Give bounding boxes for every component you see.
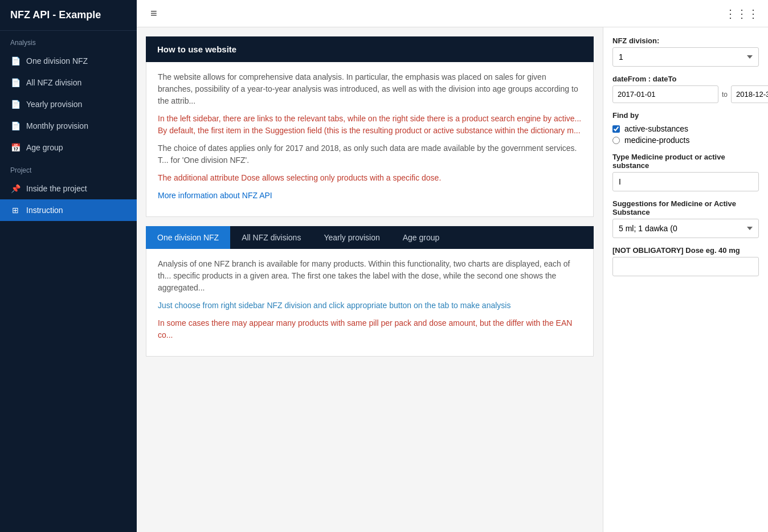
document-icon: 📄 (10, 77, 21, 88)
sidebar-item-one-division-nfz[interactable]: 📄 One division NFZ (0, 50, 137, 72)
app-title: NFZ API - Example (0, 0, 137, 31)
dose-section: [NOT OBLIGATORY] Dose eg. 40 mg (612, 246, 759, 276)
project-section-label: Project (0, 158, 137, 178)
right-panel: NFZ division: 1 2 3 4 5 dateFrom : dateT… (603, 27, 768, 532)
tab-one-division-nfz[interactable]: One division NFZ (146, 226, 230, 249)
document-icon: 📄 (10, 121, 21, 131)
content-area: How to use website The website allows fo… (137, 27, 768, 532)
nfz-division-section: NFZ division: 1 2 3 4 5 (612, 36, 759, 67)
sidebar-label: Instruction (26, 206, 63, 215)
calendar-icon: 📅 (10, 142, 21, 153)
find-by-section: Find by active-substances medicine-produ… (612, 111, 759, 145)
tab-age-group[interactable]: Age group (391, 226, 451, 249)
grid-apps-button[interactable]: ⋮⋮⋮ (725, 7, 759, 21)
dose-label: [NOT OBLIGATORY] Dose eg. 40 mg (612, 246, 759, 255)
topbar: ≡ ⋮⋮⋮ (137, 0, 768, 27)
tab-all-nfz-divisions[interactable]: All NFZ divisions (230, 226, 312, 249)
how-to-title: How to use website (157, 44, 236, 54)
sidebar-label: Yearly provision (26, 100, 82, 109)
sidebar-item-inside-the-project[interactable]: 📌 Inside the project (0, 178, 137, 199)
sidebar-label: One division NFZ (26, 56, 88, 66)
center-content: How to use website The website allows fo… (137, 27, 603, 532)
sidebar-item-yearly-provision[interactable]: 📄 Yearly provision (0, 93, 137, 115)
main-area: ≡ ⋮⋮⋮ How to use website The website all… (137, 0, 768, 532)
intro-para-2: In the left sidebar, there are links to … (158, 113, 582, 137)
sidebar-label: All NFZ division (26, 78, 81, 87)
tab-para-1: Analysis of one NFZ branch is available … (158, 258, 582, 294)
document-icon: 📄 (10, 56, 21, 66)
tabs-row: One division NFZ All NFZ divisions Yearl… (146, 226, 594, 249)
analysis-section-label: Analysis (0, 31, 137, 50)
sidebar-item-monthly-provision[interactable]: 📄 Monthly provision (0, 115, 137, 137)
suggestions-section: Suggestions for Medicine or Active Subst… (612, 199, 759, 238)
sidebar-label: Inside the project (26, 184, 87, 193)
active-substances-checkbox[interactable] (612, 125, 620, 133)
date-to-word: to (722, 91, 728, 99)
date-label: dateFrom : dateTo (612, 75, 759, 83)
type-medicine-section: Type Medicine product or active substanc… (612, 153, 759, 191)
sidebar-item-age-group[interactable]: 📅 Age group (0, 137, 137, 158)
pin-icon: 📌 (10, 183, 21, 194)
sidebar-label: Monthly provision (26, 121, 88, 130)
nfz-division-select[interactable]: 1 2 3 4 5 (612, 47, 759, 67)
dose-input[interactable] (612, 257, 759, 276)
tab-para-3: In some cases there may appear many prod… (158, 317, 582, 341)
find-by-label: Find by (612, 111, 759, 120)
tab-para-2: Just choose from right sidebar NFZ divis… (158, 300, 582, 312)
more-info-link[interactable]: More information about NFZ API (158, 191, 272, 200)
suggestions-label: Suggestions for Medicine or Active Subst… (612, 199, 759, 216)
medicine-products-option[interactable]: medicine-products (612, 136, 759, 145)
date-section: dateFrom : dateTo to (612, 75, 759, 103)
tab-content-box: Analysis of one NFZ branch is available … (146, 249, 594, 357)
type-medicine-label: Type Medicine product or active substanc… (612, 153, 759, 170)
grid-icon: ⊞ (10, 205, 21, 215)
date-from-input[interactable] (612, 85, 718, 103)
sidebar-item-instruction[interactable]: ⊞ Instruction (0, 199, 137, 221)
medicine-products-label: medicine-products (624, 136, 689, 145)
active-substances-label: active-substances (624, 124, 688, 133)
hamburger-button[interactable]: ≡ (146, 5, 162, 22)
tab-yearly-provision[interactable]: Yearly provision (312, 226, 391, 249)
sidebar-label: Age group (26, 143, 63, 152)
sidebar-item-all-nfz-division[interactable]: 📄 All NFZ division (0, 72, 137, 93)
intro-text-box: The website allows for comprehensive dat… (146, 62, 594, 217)
suggestions-select[interactable]: 5 ml; 1 dawka (0 (612, 219, 759, 238)
medicine-products-radio[interactable] (612, 137, 620, 144)
sidebar: NFZ API - Example Analysis 📄 One divisio… (0, 0, 137, 532)
intro-para-1: The website allows for comprehensive dat… (158, 71, 582, 107)
intro-para-3: The choice of dates applies only for 201… (158, 142, 582, 166)
date-row: to (612, 85, 759, 103)
document-icon: 📄 (10, 99, 21, 109)
nfz-division-label: NFZ division: (612, 36, 759, 45)
intro-para-4: The additional attribute Dose allows sel… (158, 172, 582, 184)
date-to-input[interactable] (731, 85, 768, 103)
type-medicine-input[interactable] (612, 172, 759, 191)
active-substances-option[interactable]: active-substances (612, 124, 759, 133)
how-to-header: How to use website (146, 36, 594, 62)
